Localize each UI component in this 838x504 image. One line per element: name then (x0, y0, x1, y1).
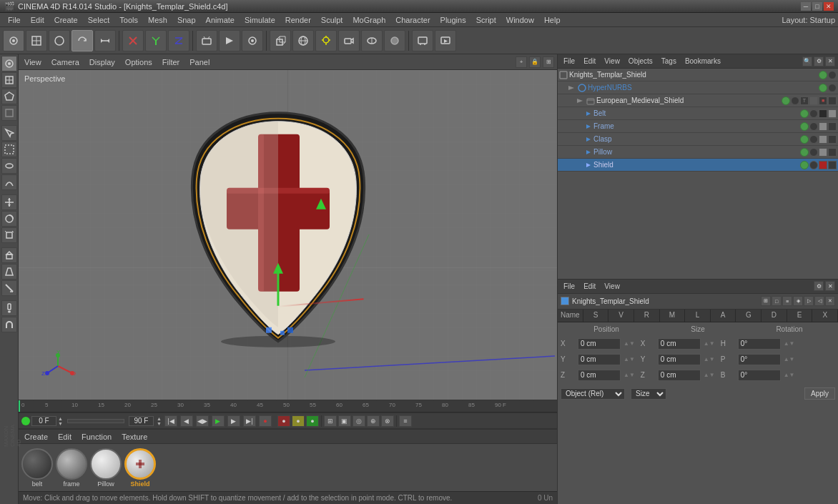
tool-uv[interactable] (1, 105, 17, 121)
pos-y-input[interactable] (578, 354, 621, 365)
obj-extra[interactable] (828, 97, 837, 105)
panel-search[interactable]: 🔍 (802, 56, 812, 66)
obj-vis-dot-2[interactable] (819, 84, 827, 92)
rot-h-input[interactable] (738, 338, 781, 350)
tl-tool-3[interactable]: ◎ (353, 415, 365, 427)
tool-sphere[interactable] (292, 30, 314, 51)
obj-row-shield[interactable]: Shield (558, 159, 838, 172)
pos-z-input[interactable] (578, 370, 621, 381)
timeline-ruler[interactable]: // Render ticks inline after DOM 0 5 10 … (19, 400, 557, 412)
menu-mograph[interactable]: MoGraph (347, 14, 390, 26)
obj-tag-shield[interactable] (828, 161, 837, 169)
pos-z-arrow[interactable]: ▲▼ (623, 372, 635, 378)
mat-menu-edit[interactable]: Edit (55, 432, 74, 442)
tool-scale-tool[interactable] (1, 227, 17, 243)
menu-plugins[interactable]: Plugins (435, 14, 471, 26)
tool-loop-select[interactable] (1, 158, 17, 174)
obj-row-hypernurbs[interactable]: HyperNURBS (558, 81, 838, 94)
tool-rect-select[interactable] (1, 142, 17, 157)
vp-menu-panel[interactable]: Panel (187, 57, 212, 67)
obj-row-frame[interactable]: Frame (558, 120, 838, 133)
coord-mode-select[interactable]: Object (Rel) World Local (561, 388, 625, 400)
obj-menu-bookmarks[interactable]: Bookmarks (682, 56, 724, 66)
material-belt[interactable]: belt (21, 448, 53, 488)
material-frame[interactable]: frame (56, 448, 87, 488)
obj-menu-edit[interactable]: Edit (581, 56, 598, 66)
menu-tools[interactable]: Tools (114, 14, 143, 26)
tl-tool-4[interactable]: ⊕ (367, 415, 380, 427)
tool-render[interactable] (412, 30, 433, 51)
attr-menu-edit[interactable]: Edit (581, 282, 598, 291)
attr-row-btn-4[interactable]: ◈ (793, 296, 803, 306)
size-z-input[interactable] (658, 370, 701, 381)
obj-mat-pillow[interactable] (819, 148, 827, 157)
obj-vis-dot[interactable] (819, 71, 827, 79)
tl-tool-2[interactable]: ▣ (338, 415, 351, 427)
tool-points[interactable] (1, 56, 17, 71)
tool-y[interactable] (145, 30, 167, 51)
size-x-arrow[interactable]: ▲▼ (704, 340, 715, 347)
tool-rotate-tool[interactable] (1, 211, 17, 227)
menu-file[interactable]: File (3, 14, 26, 26)
obj-vis-pillow[interactable] (800, 148, 809, 157)
end-frame-stepper[interactable]: ▲ ▼ (157, 416, 162, 426)
tool-poly[interactable] (196, 30, 217, 51)
menu-script[interactable]: Script (471, 14, 501, 26)
obj-mat-shield[interactable] (819, 161, 827, 169)
obj-render-belt[interactable] (809, 109, 818, 118)
vp-menu-view[interactable]: View (21, 57, 44, 67)
goto-end-button[interactable]: ▶| (243, 415, 256, 427)
step-forward-button[interactable]: ▶ (227, 415, 240, 427)
obj-menu-file[interactable]: File (561, 56, 578, 66)
tool-render-region[interactable] (242, 30, 263, 51)
obj-tag-frame[interactable] (828, 122, 837, 131)
obj-mat-belt[interactable] (819, 109, 827, 118)
obj-vis-shield[interactable] (800, 161, 809, 169)
obj-render-frame[interactable] (809, 122, 818, 131)
obj-tag-pillow[interactable] (828, 148, 837, 157)
menu-character[interactable]: Character (390, 14, 435, 26)
obj-tag[interactable]: T (800, 97, 809, 105)
tool-select-model[interactable] (26, 30, 47, 51)
obj-render-dot[interactable] (828, 71, 837, 79)
menu-edit[interactable]: Edit (26, 14, 49, 26)
attr-icon-1[interactable]: ⚙ (814, 281, 824, 291)
obj-mat-frame[interactable] (819, 122, 827, 131)
tool-anim[interactable] (219, 30, 240, 51)
menu-help[interactable]: Help (539, 14, 566, 26)
menu-snap[interactable]: Snap (172, 14, 201, 26)
obj-menu-objects[interactable]: Objects (626, 56, 656, 66)
tool-z[interactable] (168, 30, 189, 51)
panel-settings[interactable]: ⚙ (814, 56, 824, 66)
minimize-button[interactable]: ─ (801, 2, 811, 11)
tool-render-to-viewer[interactable] (435, 30, 456, 51)
size-z-arrow[interactable]: ▲▼ (704, 372, 715, 378)
obj-menu-tags[interactable]: Tags (659, 56, 679, 66)
tool-rotate[interactable] (72, 30, 93, 51)
obj-render-clasp[interactable] (809, 135, 818, 144)
tool-bevel[interactable] (1, 264, 17, 280)
obj-vis-clasp[interactable] (800, 135, 809, 144)
menu-animate[interactable]: Animate (201, 14, 240, 26)
attr-row-btn-5[interactable]: ▷ (804, 296, 814, 306)
keyframe-red[interactable]: ● (277, 415, 290, 427)
tool-extrude[interactable] (1, 247, 17, 263)
attr-row-btn-7[interactable]: ✕ (825, 296, 835, 306)
obj-vis-dot-3[interactable] (782, 97, 790, 105)
vp-menu-options[interactable]: Options (122, 57, 155, 67)
tool-brush[interactable] (1, 300, 17, 316)
obj-render-dot-3[interactable] (791, 97, 799, 105)
pos-y-arrow[interactable]: ▲▼ (623, 356, 635, 362)
tool-polygons[interactable] (1, 89, 17, 104)
tool-select-object[interactable] (49, 30, 70, 51)
tl-tool-1[interactable]: ⊞ (324, 415, 337, 427)
obj-mat-tag[interactable] (809, 97, 818, 105)
mat-menu-function[interactable]: Function (79, 432, 114, 442)
tool-path-select[interactable] (1, 174, 17, 190)
attr-row-btn-1[interactable]: ⊞ (761, 296, 771, 306)
size-x-input[interactable] (658, 338, 701, 350)
obj-vis-frame[interactable] (800, 122, 809, 131)
vp-lock[interactable]: 🔒 (529, 56, 541, 68)
attr-menu-view[interactable]: View (601, 282, 623, 291)
close-button[interactable]: ✕ (824, 2, 834, 11)
